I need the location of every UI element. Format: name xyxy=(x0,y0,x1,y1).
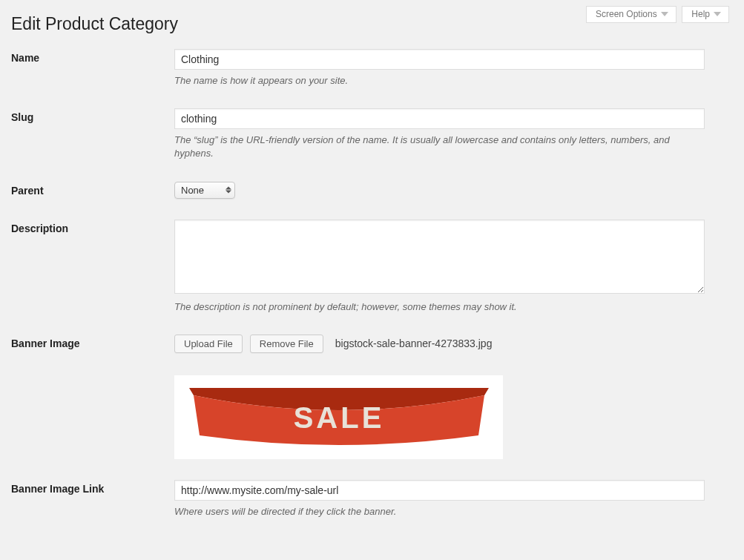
field-row-description: Description The description is not promi… xyxy=(11,220,729,314)
screen-options-label: Screen Options xyxy=(596,9,657,19)
description-textarea[interactable] xyxy=(174,220,705,294)
field-row-name: Name The name is how it appears on your … xyxy=(11,49,729,88)
name-input[interactable] xyxy=(174,49,705,70)
slug-description: The “slug” is the URL-friendly version o… xyxy=(174,134,705,160)
parent-select[interactable]: None xyxy=(174,182,235,199)
banner-image-label: Banner Image xyxy=(11,335,174,349)
remove-file-button[interactable]: Remove File xyxy=(250,335,323,353)
field-row-banner-image: Banner Image Upload File Remove File big… xyxy=(11,335,729,459)
banner-link-input[interactable] xyxy=(174,480,705,501)
chevron-down-icon xyxy=(661,12,668,16)
description-label: Description xyxy=(11,220,174,234)
field-row-slug: Slug The “slug” is the URL-friendly vers… xyxy=(11,108,729,160)
upload-file-button[interactable]: Upload File xyxy=(174,335,243,353)
banner-preview: SALE xyxy=(174,375,503,459)
parent-label: Parent xyxy=(11,182,174,197)
parent-select-value: None xyxy=(181,185,204,196)
banner-link-description: Where users will be directed if they cli… xyxy=(174,505,705,518)
banner-filename: bigstock-sale-banner-4273833.jpg xyxy=(335,337,493,349)
slug-label: Slug xyxy=(11,108,174,123)
help-button[interactable]: Help xyxy=(682,6,729,23)
slug-input[interactable] xyxy=(174,108,705,129)
field-row-parent: Parent None xyxy=(11,182,729,199)
screen-options-button[interactable]: Screen Options xyxy=(586,6,676,23)
sale-banner-icon: SALE xyxy=(183,382,495,452)
chevron-down-icon xyxy=(714,12,721,16)
banner-link-label: Banner Image Link xyxy=(11,480,174,495)
name-description: The name is how it appears on your site. xyxy=(174,74,705,88)
name-label: Name xyxy=(11,49,174,64)
select-arrows-icon xyxy=(225,187,231,194)
description-help: The description is not prominent by defa… xyxy=(174,300,705,314)
field-row-banner-link: Banner Image Link Where users will be di… xyxy=(11,480,729,518)
svg-text:SALE: SALE xyxy=(293,401,384,434)
help-label: Help xyxy=(691,9,710,19)
